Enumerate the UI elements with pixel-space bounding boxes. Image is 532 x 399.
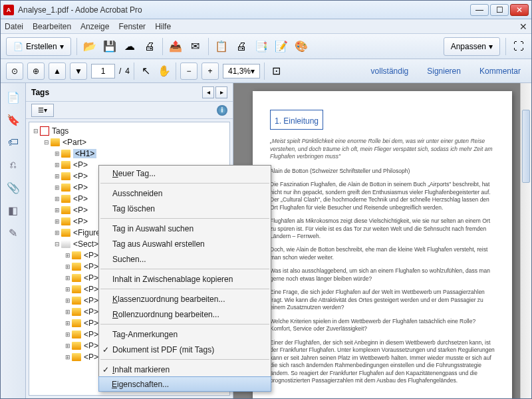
print-icon[interactable]: 🖨 (142, 39, 157, 54)
page-down-button[interactable]: ▼ (70, 63, 87, 80)
scrollbar-thumb[interactable] (522, 110, 530, 183)
vertical-scrollbar[interactable] (520, 83, 531, 398)
select-tool-icon[interactable]: ↖ (138, 64, 153, 78)
cm-mark-content[interactable]: ✓Inhalt markieren (99, 362, 271, 377)
attach-panel-icon[interactable]: 📎 (6, 180, 21, 195)
tree-p[interactable]: <P> (73, 205, 88, 215)
cm-copy-clipboard[interactable]: Inhalt in Zwischenablage kopieren (99, 271, 271, 287)
prev-page-button[interactable]: ⊕ (27, 63, 45, 80)
tree-p[interactable]: <P> (84, 352, 98, 362)
doc-heading: 1. Einleitung (270, 110, 323, 130)
main-toolbar: 📄 Erstellen ▾ 📂 💾 ☁ 🖨 📤 ✉ 📋 🖨 📑 📝 🎨 Anpa… (1, 34, 531, 59)
doc-para: Was ist also ausschlaggebend, um sich an… (270, 267, 495, 283)
marquee-zoom-icon[interactable]: ⊡ (269, 64, 283, 78)
tree-p[interactable]: <P> (73, 217, 88, 226)
tree-p[interactable]: <P> (73, 183, 88, 192)
minimize-button[interactable]: — (470, 4, 489, 16)
menu-help[interactable]: Hilfe (155, 22, 171, 31)
open-icon[interactable]: 📂 (82, 39, 97, 54)
cm-find-in-selection[interactable]: Tag in Auswahl suchen (99, 221, 271, 236)
tree-p[interactable]: <P> (84, 341, 98, 350)
tags-panel-icon[interactable]: 🏷 (6, 135, 21, 150)
tree-p[interactable]: <P> (73, 160, 88, 170)
fullscreen-icon[interactable]: ⛶ (511, 39, 526, 54)
tree-p[interactable]: <P> (73, 194, 88, 203)
sign-link[interactable]: Signieren (422, 64, 466, 78)
edit-icon[interactable]: 📝 (274, 39, 289, 54)
cm-doc-is-pdf[interactable]: ✓Dokument ist PDF (mit Tags) (99, 342, 271, 357)
order-panel-icon[interactable]: ⎌ (6, 158, 21, 172)
scan-icon[interactable]: 🖨 (234, 39, 249, 54)
maximize-button[interactable]: ☐ (490, 4, 509, 16)
hand-tool-icon[interactable]: ✋ (157, 64, 172, 78)
tree-p[interactable]: <P> (84, 273, 98, 283)
menubar: Datei Bearbeiten Anzeige Fenster Hilfe ✕ (1, 19, 531, 34)
tree-part[interactable]: <Part> (63, 138, 86, 147)
tree-p[interactable]: <P> (84, 251, 98, 260)
pages-panel-icon[interactable]: 📄 (6, 90, 21, 104)
color-icon[interactable]: 🎨 (294, 39, 309, 54)
email-icon[interactable]: ✉ (188, 39, 203, 54)
customize-label: Anpassen (451, 42, 486, 51)
page-up-button[interactable]: ▲ (49, 63, 66, 80)
share-icon[interactable]: 📤 (168, 39, 183, 54)
tree-p[interactable]: <P> (84, 307, 98, 317)
tree-p[interactable]: <P> (84, 319, 98, 328)
tree-h1-selected[interactable]: <H1> (73, 149, 96, 158)
cm-search[interactable]: Suchen... (99, 251, 271, 267)
panel-prev-button[interactable]: ◂ (202, 86, 214, 98)
menu-window[interactable]: Fenster (118, 22, 146, 31)
tree-p[interactable]: <P> (84, 296, 98, 305)
menu-edit[interactable]: Bearbeiten (33, 22, 71, 31)
first-page-button[interactable]: ⊙ (6, 63, 23, 80)
info-icon[interactable]: i (217, 105, 227, 116)
create-button[interactable]: 📄 Erstellen ▾ (6, 37, 71, 56)
cm-tag-annotations[interactable]: Tag-Anmerkungen (99, 327, 271, 342)
cm-rolemap[interactable]: Rollenzuordnung bearbeiten... (99, 307, 271, 322)
doc-para: Einer der Flughäfen, der sich seit Anbeg… (270, 339, 495, 385)
tags-panel-title: Tags (31, 88, 201, 97)
comment-link[interactable]: Kommentar (474, 64, 526, 78)
zoom-in-button[interactable]: + (201, 63, 219, 80)
cm-new-tag[interactable]: Neuer Tag... (99, 166, 271, 181)
tree-p[interactable]: <P> (84, 262, 98, 271)
panel-options-button[interactable]: ☰▾ (31, 104, 54, 117)
tree-p[interactable]: <P> (84, 285, 98, 294)
tree-root[interactable]: Tags (52, 126, 68, 136)
app-icon: A (3, 5, 14, 15)
zoom-input[interactable]: 41,3% ▾ (223, 64, 260, 78)
cm-delete[interactable]: Tag löschen (99, 201, 271, 216)
bookmarks-panel-icon[interactable]: 🔖 (6, 112, 21, 127)
cm-properties[interactable]: Eigenschaften... (98, 376, 271, 392)
page-sep: / (119, 66, 121, 76)
cm-classmap[interactable]: Klassenzuordnung bearbeiten... (99, 291, 271, 307)
menu-view[interactable]: Anzeige (80, 22, 109, 31)
cloud-icon[interactable]: ☁ (122, 39, 137, 54)
signatures-panel-icon[interactable]: ✎ (6, 225, 21, 240)
zoom-out-button[interactable]: − (180, 63, 198, 80)
chevron-down-icon: ▾ (60, 42, 64, 51)
close-doc-icon[interactable]: ✕ (519, 21, 527, 32)
customize-button[interactable]: Anpassen ▾ (444, 37, 500, 56)
tree-sect[interactable]: <Sect> (73, 239, 98, 249)
create-icon: 📄 (13, 42, 23, 51)
tools-link[interactable]: vollständig (366, 64, 414, 78)
page-input[interactable] (91, 64, 115, 78)
document-view[interactable]: 1. Einleitung „Meist spielt Pünktlichkei… (233, 83, 531, 398)
page-count: 4 (125, 66, 130, 76)
close-button[interactable]: ✕ (510, 4, 529, 16)
nav-sidebar: 📄 🔖 🏷 ⎌ 📎 ◧ ✎ (1, 83, 26, 398)
chevron-down-icon: ▾ (489, 42, 493, 51)
cm-cut[interactable]: Ausschneiden (99, 186, 271, 201)
cm-create-from-selection[interactable]: Tag aus Auswahl erstellen (99, 236, 271, 251)
layers-panel-icon[interactable]: ◧ (6, 203, 21, 217)
menu-file[interactable]: Datei (5, 22, 23, 31)
doc-para: Doch, wie Alain de Botton beschreibt, eh… (270, 246, 495, 261)
panel-next-button[interactable]: ▸ (215, 86, 227, 98)
save-icon[interactable]: 💾 (102, 39, 117, 54)
export-icon[interactable]: 📋 (214, 39, 229, 54)
tree-p[interactable]: <P> (84, 330, 98, 339)
combine-icon[interactable]: 📑 (254, 39, 269, 54)
doc-author: Alain de Botton (Schweizer Schriftstelle… (270, 168, 495, 175)
tree-p[interactable]: <P> (73, 172, 88, 181)
